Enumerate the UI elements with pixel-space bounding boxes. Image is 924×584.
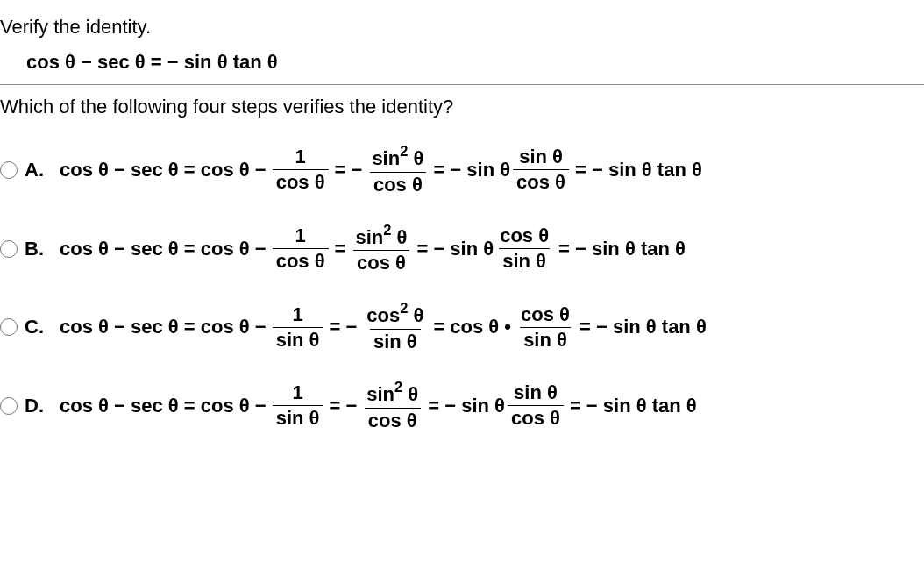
identity-equation: cos θ − sec θ = − sin θ tan θ (26, 51, 924, 74)
radio-D[interactable] (0, 397, 18, 415)
option-D-math: cos θ − sec θ = cos θ − 1sin θ = − sin2 … (60, 381, 697, 431)
option-A-math: cos θ − sec θ = cos θ − 1cos θ = − sin2 … (60, 145, 702, 196)
options-group: A. cos θ − sec θ = cos θ − 1cos θ = − si… (0, 145, 924, 431)
option-D[interactable]: D. cos θ − sec θ = cos θ − 1sin θ = − si… (0, 381, 924, 431)
option-B-math: cos θ − sec θ = cos θ − 1cos θ = sin2 θc… (60, 224, 686, 274)
option-letter-A: A. (25, 159, 44, 182)
radio-A[interactable] (0, 161, 18, 179)
option-B[interactable]: B. cos θ − sec θ = cos θ − 1cos θ = sin2… (0, 224, 924, 274)
option-letter-B: B. (25, 238, 44, 260)
option-letter-C: C. (25, 316, 44, 338)
radio-C[interactable] (0, 318, 18, 336)
divider (0, 84, 924, 85)
instruction-text: Verify the identity. (0, 16, 924, 39)
question-text: Which of the following four steps verifi… (0, 96, 924, 118)
option-letter-D: D. (25, 395, 44, 417)
radio-B[interactable] (0, 240, 18, 258)
option-C-math: cos θ − sec θ = cos θ − 1sin θ = − cos2 … (60, 302, 707, 353)
option-A[interactable]: A. cos θ − sec θ = cos θ − 1cos θ = − si… (0, 145, 924, 196)
option-C[interactable]: C. cos θ − sec θ = cos θ − 1sin θ = − co… (0, 302, 924, 353)
